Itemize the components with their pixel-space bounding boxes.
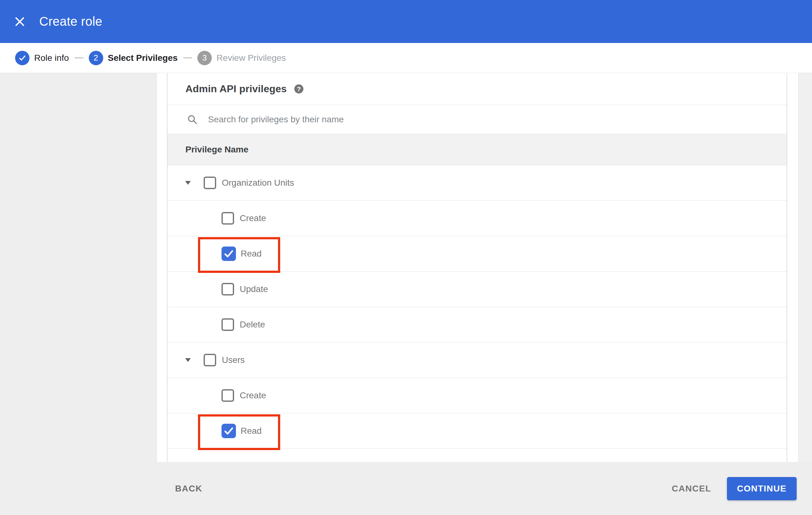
- annotation-highlight: [198, 237, 280, 273]
- step-number: 3: [197, 51, 212, 65]
- privilege-label: Create: [240, 391, 266, 400]
- continue-button[interactable]: CONTINUE: [727, 477, 796, 500]
- privilege-label: Update: [240, 284, 268, 294]
- body-region: Admin API privileges ? Privilege Name Or…: [0, 73, 812, 462]
- footer-bar: BACK CANCEL CONTINUE: [0, 462, 812, 515]
- privilege-label: Delete: [240, 320, 265, 330]
- privilege-row: Organization Units: [168, 165, 787, 201]
- step-connector: [183, 57, 192, 58]
- panel-heading: Admin API privileges: [185, 83, 287, 95]
- privilege-checkbox[interactable]: [222, 212, 234, 224]
- right-gutter: [787, 73, 798, 462]
- privilege-row: Create: [168, 201, 787, 236]
- privileges-panel: Admin API privileges ? Privilege Name Or…: [167, 73, 787, 462]
- privilege-list: Organization Units Create Read Update: [168, 165, 787, 449]
- privilege-row: Create: [168, 378, 787, 413]
- app-header: Create role: [0, 0, 812, 43]
- privilege-label: Read: [241, 249, 262, 259]
- privilege-checkbox[interactable]: [204, 354, 216, 366]
- collapse-arrow-icon[interactable]: [185, 358, 191, 362]
- step-label: Review Privileges: [216, 53, 286, 63]
- privilege-checkbox[interactable]: [222, 389, 234, 402]
- search-row: [168, 105, 787, 134]
- panel-heading-row: Admin API privileges ?: [168, 73, 787, 105]
- privilege-label: Create: [240, 213, 266, 223]
- privilege-row: Delete: [168, 307, 787, 342]
- privilege-checkbox[interactable]: [222, 283, 234, 296]
- step-role-info[interactable]: Role info: [15, 51, 69, 65]
- check-icon: [15, 51, 29, 65]
- table-header: Privilege Name: [168, 134, 787, 165]
- annotation-highlight: [198, 414, 280, 450]
- search-input[interactable]: [208, 115, 647, 124]
- stepper: Role info 2 Select Privileges 3 Review P…: [0, 43, 812, 73]
- step-number: 2: [89, 51, 103, 65]
- privilege-checkbox[interactable]: [222, 319, 234, 331]
- step-label: Select Privileges: [108, 53, 178, 63]
- close-icon[interactable]: [13, 16, 26, 28]
- privilege-row: Read: [168, 236, 787, 272]
- help-circle-icon[interactable]: ?: [294, 84, 303, 93]
- privilege-checkbox[interactable]: [222, 424, 236, 438]
- back-button[interactable]: BACK: [175, 484, 202, 494]
- privilege-label: Users: [222, 355, 245, 365]
- left-sidebar: [0, 73, 157, 462]
- privilege-row: Update: [168, 272, 787, 307]
- page-title: Create role: [39, 14, 102, 29]
- collapse-arrow-icon[interactable]: [185, 181, 191, 185]
- privilege-row: Users: [168, 342, 787, 378]
- step-label: Role info: [34, 53, 69, 63]
- privilege-checkbox[interactable]: [204, 177, 216, 189]
- step-select-privileges[interactable]: 2 Select Privileges: [89, 51, 178, 65]
- step-review-privileges[interactable]: 3 Review Privileges: [197, 51, 286, 65]
- privilege-row: Read: [168, 413, 787, 449]
- center-area: Admin API privileges ? Privilege Name Or…: [157, 73, 812, 462]
- right-strip: [798, 73, 812, 462]
- column-header-privilege-name: Privilege Name: [185, 145, 249, 155]
- privilege-label: Read: [241, 426, 262, 436]
- step-connector: [75, 57, 83, 58]
- privilege-label: Organization Units: [222, 178, 294, 188]
- cancel-button[interactable]: CANCEL: [672, 484, 711, 494]
- privilege-checkbox[interactable]: [222, 246, 236, 261]
- search-icon: [187, 114, 198, 125]
